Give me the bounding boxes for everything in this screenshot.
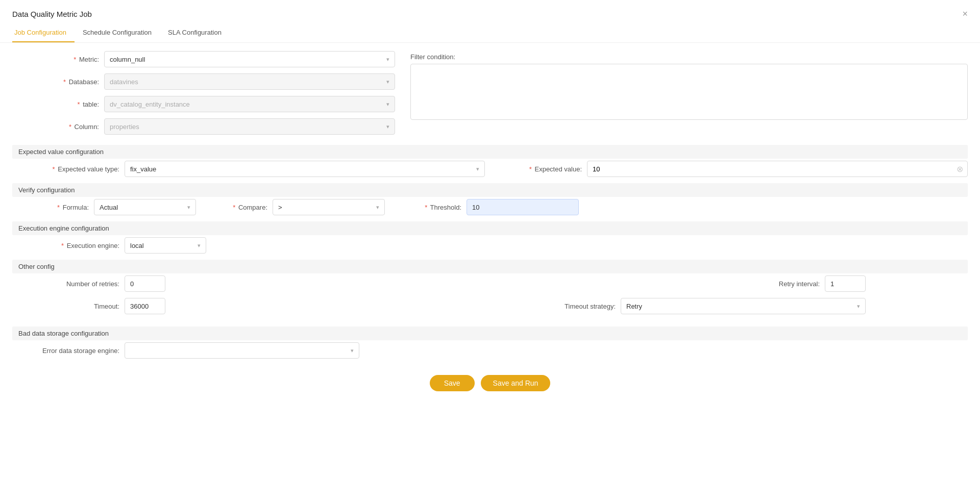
dialog-header: Data Quality Metric Job × [0, 0, 980, 18]
close-button[interactable]: × [962, 9, 968, 18]
timeout-row: Timeout: [12, 298, 434, 314]
filter-condition-label: Filter condition: [410, 53, 968, 61]
table-label: * table: [12, 100, 104, 108]
error-engine-chevron-icon: ▾ [351, 347, 354, 354]
error-engine-label: Error data storage engine: [12, 347, 125, 355]
timeout-strategy-label: Timeout strategy: [539, 303, 621, 310]
compare-group: * Compare: > ▾ [206, 199, 385, 215]
bottom-actions: Save Save and Run [0, 365, 980, 407]
expected-value-group: * Expected value: ⊗ [495, 161, 968, 177]
retries-row: Number of retries: [12, 275, 434, 292]
expected-value-row: * Expected value type: fix_value ▾ * Exp… [12, 161, 968, 177]
error-engine-select[interactable]: ▾ [125, 342, 359, 359]
execution-engine-chevron-icon: ▾ [198, 242, 201, 249]
retry-interval-label: Retry interval: [743, 280, 825, 288]
column-label: * Column: [12, 123, 104, 131]
threshold-label: * Threshold: [395, 204, 467, 211]
table-select[interactable]: dv_catalog_entity_instance ▾ [104, 96, 395, 112]
verify-row: * Formula: Actual ▾ * Compare: > ▾ [12, 199, 968, 215]
formula-chevron-icon: ▾ [187, 204, 190, 211]
sections-area: Expected value configuration * Expected … [0, 141, 980, 365]
retries-input[interactable] [125, 275, 165, 292]
timeout-strategy-select[interactable]: Retry ▾ [621, 298, 866, 314]
timeout-label: Timeout: [12, 303, 125, 310]
metric-label: * Metric: [12, 56, 104, 63]
expected-value-type-select[interactable]: fix_value ▾ [125, 161, 485, 177]
compare-label: * Compare: [206, 204, 273, 211]
bad-data-section-header: Bad data storage configuration [12, 326, 968, 340]
timeout-strategy-chevron-icon: ▾ [857, 303, 860, 310]
timeout-strategy-row: Timeout strategy: Retry ▾ [444, 298, 866, 314]
threshold-input[interactable] [467, 199, 579, 215]
execution-row: * Execution engine: local ▾ [12, 237, 968, 254]
save-button[interactable]: Save [430, 375, 475, 391]
expected-value-type-label: * Expected value type: [12, 165, 125, 173]
tab-schedule-configuration[interactable]: Schedule Configuration [81, 24, 160, 42]
expected-value-input-wrapper: ⊗ [587, 161, 968, 177]
expected-value-type-chevron-icon: ▾ [476, 166, 479, 172]
other-right: Retry interval: Timeout strategy: Retry … [444, 275, 968, 320]
column-row: * Column: properties ▾ [12, 118, 395, 135]
timeout-input[interactable] [125, 298, 165, 314]
formula-group: * Formula: Actual ▾ [12, 199, 196, 215]
execution-section-header: Execution engine configuration [12, 221, 968, 235]
database-required: * [63, 78, 66, 86]
metric-chevron-icon: ▾ [386, 56, 389, 63]
database-chevron-icon: ▾ [386, 79, 389, 85]
execution-engine-select[interactable]: local ▾ [125, 237, 206, 254]
retry-interval-input[interactable] [825, 275, 866, 292]
expected-value-type-group: * Expected value type: fix_value ▾ [12, 161, 485, 177]
formula-select[interactable]: Actual ▾ [94, 199, 196, 215]
tab-job-configuration[interactable]: Job Configuration [12, 24, 75, 42]
other-left: Number of retries: Timeout: [12, 275, 434, 320]
right-form: Filter condition: [410, 51, 968, 141]
error-engine-row: Error data storage engine: ▾ [12, 342, 968, 359]
save-and-run-button[interactable]: Save and Run [481, 375, 551, 391]
retry-interval-row: Retry interval: [444, 275, 866, 292]
dialog-title: Data Quality Metric Job [12, 10, 92, 18]
other-config-rows: Number of retries: Timeout: Retry interv… [12, 275, 968, 320]
expected-value-section-header: Expected value configuration [12, 145, 968, 159]
table-row: * table: dv_catalog_entity_instance ▾ [12, 96, 395, 112]
filter-condition-textarea[interactable] [410, 64, 968, 120]
metric-row: * Metric: column_null ▾ [12, 51, 395, 67]
metric-select[interactable]: column_null ▾ [104, 51, 395, 67]
database-select[interactable]: datavines ▾ [104, 73, 395, 90]
verify-section-header: Verify configuration [12, 183, 968, 197]
column-select[interactable]: properties ▾ [104, 118, 395, 135]
metric-required: * [74, 56, 76, 63]
formula-label: * Formula: [12, 204, 94, 211]
main-layout: * Metric: column_null ▾ * Database: data… [0, 43, 980, 141]
expected-value-label: * Expected value: [495, 165, 587, 173]
expected-value-clear-icon[interactable]: ⊗ [954, 164, 965, 174]
execution-engine-label: * Execution engine: [12, 242, 125, 249]
database-row: * Database: datavines ▾ [12, 73, 395, 90]
other-section-header: Other config [12, 260, 968, 273]
threshold-group: * Threshold: [395, 199, 579, 215]
column-required: * [69, 123, 71, 131]
tab-sla-configuration[interactable]: SLA Configuration [166, 24, 230, 42]
table-chevron-icon: ▾ [386, 101, 389, 108]
compare-select[interactable]: > ▾ [273, 199, 385, 215]
left-form: * Metric: column_null ▾ * Database: data… [12, 51, 395, 141]
database-label: * Database: [12, 78, 104, 86]
column-chevron-icon: ▾ [386, 123, 389, 130]
dialog: Data Quality Metric Job × Job Configurat… [0, 0, 980, 478]
retries-label: Number of retries: [12, 280, 125, 288]
compare-chevron-icon: ▾ [376, 204, 379, 211]
expected-value-input[interactable] [593, 165, 954, 173]
table-required: * [78, 100, 80, 108]
tab-bar: Job Configuration Schedule Configuration… [0, 18, 980, 43]
